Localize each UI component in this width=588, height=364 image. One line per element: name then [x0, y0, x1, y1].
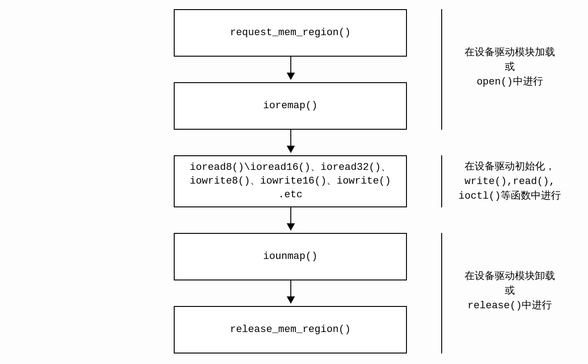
side-rule-3 [441, 233, 442, 353]
annotation-load-open: 在设备驱动模块加载 或 open()中进行 [450, 46, 569, 90]
diagram-canvas: request_mem_region() ioremap() ioread8()… [0, 0, 588, 364]
box-ioremap: ioremap() [174, 82, 407, 130]
arrow-1 [290, 57, 291, 79]
side-rule-2 [441, 155, 442, 207]
arrow-4 [290, 280, 291, 303]
box-iounmap: iounmap() [174, 233, 407, 280]
arrow-3 [290, 207, 291, 230]
arrow-2 [290, 130, 291, 153]
box-request-mem-region: request_mem_region() [174, 9, 407, 57]
box-release-mem-region: release_mem_region() [174, 306, 407, 353]
side-rule-1 [441, 9, 442, 130]
box-ioread-write: ioread8()\ioread16()、ioread32()、 iowrite… [174, 155, 407, 207]
annotation-unload-release: 在设备驱动模块卸载 或 release()中进行 [450, 269, 569, 313]
annotation-rw-ioctl: 在设备驱动初始化， write(),read(), ioctl()等函数中进行 [446, 160, 574, 204]
